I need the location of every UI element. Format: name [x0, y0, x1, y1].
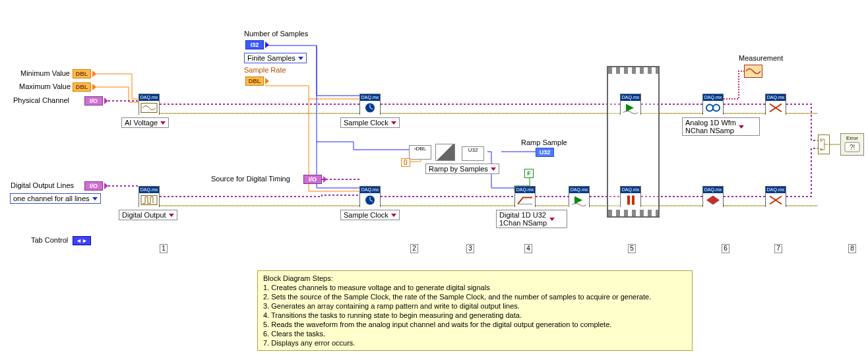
polysel-label: Analog 1D Wfm NChan NSamp [685, 119, 736, 135]
daqmx-stop-bot[interactable]: DAQ.mx [702, 186, 724, 207]
polysel-label: Digital Output [122, 211, 166, 219]
daqmx-read[interactable]: DAQ.mx [702, 94, 724, 115]
ind-ramp-sample[interactable]: U32 [536, 148, 554, 157]
to-dbl-node[interactable]: ›DBL [409, 145, 431, 160]
label-max-value: Maximum Value [19, 82, 71, 90]
arrow-min [92, 71, 96, 77]
const-zero[interactable]: 0 [401, 158, 410, 167]
chevron-down-icon [169, 214, 174, 217]
label-ramp-sample: Ramp Sample [521, 138, 567, 146]
daqmx-clear-bot[interactable]: DAQ.mx [765, 186, 786, 207]
chevron-down-icon [298, 57, 303, 60]
label-tab-control: Tab Control [31, 236, 68, 244]
svg-marker-5 [626, 104, 634, 112]
polysel-digital-output[interactable]: Digital Output [119, 210, 177, 220]
polysel-sampleclock-top[interactable]: Sample Clock [340, 117, 400, 128]
chevron-down-icon [739, 125, 744, 129]
svg-rect-7 [632, 196, 635, 205]
arrow-srctim [323, 176, 327, 183]
svg-text:?!: ?! [820, 139, 822, 143]
svg-rect-6 [627, 196, 630, 205]
merge-errors[interactable]: ?!?! [818, 135, 830, 154]
arrow-dol [104, 183, 108, 189]
dropdown-label: Finite Samples [247, 54, 295, 62]
const-false[interactable]: F [524, 169, 534, 178]
chevron-down-icon [549, 218, 555, 221]
step-7: 7 [774, 244, 782, 253]
label-src-dig-timing: Source for Digital Timing [211, 175, 290, 183]
svg-text:?!: ?! [820, 148, 822, 152]
polysel-label: AI Voltage [125, 119, 158, 127]
label-phys-chan: Physical Channel [13, 96, 69, 104]
chevron-down-icon [391, 214, 396, 217]
simple-error-handler[interactable]: Error ?! [840, 133, 864, 156]
daqmx-wait[interactable]: DAQ.mx [620, 186, 641, 207]
polysel-digital-1d-u32[interactable]: Digital 1D U32 1Chan NSamp [496, 210, 567, 228]
svg-point-9 [713, 105, 720, 111]
arrow-phys [104, 98, 108, 104]
polysel-ai-voltage[interactable]: AI Voltage [121, 117, 169, 128]
daqmx-create-do[interactable]: DAQ.mx [139, 186, 160, 207]
term-max-value[interactable]: DBL [73, 82, 91, 92]
daqmx-timing-top[interactable]: DAQ.mx [359, 94, 381, 115]
polysel-label: Digital 1D U32 1Chan NSamp [499, 211, 547, 227]
step-2: 2 [410, 244, 418, 253]
daqmx-write[interactable]: DAQ.mx [514, 186, 536, 207]
svg-point-8 [706, 105, 713, 111]
chevron-down-icon [391, 121, 396, 125]
polysel-ramp-samples[interactable]: Ramp by Samples [425, 164, 499, 174]
label-measurement: Measurement [739, 54, 783, 62]
comment-steps: Block Diagram Steps: 1. Creates channels… [257, 270, 693, 351]
step-3: 3 [466, 244, 474, 253]
arrow-nsamp [265, 42, 269, 48]
step-6: 6 [722, 244, 729, 253]
label-dig-out-lines: Digital Output Lines [11, 181, 74, 189]
step-8: 8 [848, 244, 856, 253]
polysel-analog-wfm[interactable]: Analog 1D Wfm NChan NSamp [682, 117, 760, 136]
svg-marker-4 [574, 197, 582, 204]
dropdown-one-chan[interactable]: one channel for all lines [10, 193, 101, 204]
arrow-srate [265, 78, 269, 84]
svg-text:?!: ?! [850, 144, 855, 151]
polysel-label: Sample Clock [344, 211, 388, 219]
chevron-down-icon [92, 197, 98, 200]
daqmx-header: DAQ.mx [139, 94, 159, 101]
polysel-label: Ramp by Samples [429, 165, 488, 173]
error-label: Error [841, 135, 863, 141]
term-phys-chan[interactable]: I/O [84, 96, 103, 106]
daqmx-clear-top[interactable]: DAQ.mx [765, 94, 786, 115]
term-dig-out-lines[interactable]: I/O [84, 181, 103, 191]
label-sample-rate: Sample Rate [244, 66, 286, 74]
ramp-pattern-vi[interactable] [435, 144, 455, 161]
polysel-label: Sample Clock [344, 119, 388, 127]
step-4: 4 [524, 244, 532, 253]
step-1: 1 [160, 244, 168, 253]
to-u32-node[interactable]: U32 [462, 146, 484, 161]
label-num-samples: Number of Samples [244, 30, 308, 38]
polysel-sampleclock-bot[interactable]: Sample Clock [340, 210, 400, 220]
step-5: 5 [628, 244, 636, 253]
chevron-down-icon [491, 167, 496, 171]
arrow-max [92, 84, 96, 90]
daqmx-start-bot[interactable]: DAQ.mx [569, 186, 590, 207]
term-tab-control[interactable]: ◄► [73, 236, 91, 245]
daqmx-start-top[interactable]: DAQ.mx [620, 94, 641, 115]
chevron-down-icon [160, 121, 166, 125]
dropdown-label: one channel for all lines [13, 195, 90, 202]
dropdown-finite-samples[interactable]: Finite Samples [244, 53, 307, 63]
term-src-timing[interactable]: I/O [303, 175, 322, 184]
term-min-value[interactable]: DBL [73, 69, 91, 78]
ind-measurement[interactable] [744, 65, 762, 78]
daqmx-create-ai[interactable]: DAQ.mx [139, 94, 160, 115]
daqmx-timing-bot[interactable]: DAQ.mx [359, 186, 381, 207]
term-num-samples[interactable]: I32 [245, 40, 264, 49]
svg-marker-10 [706, 196, 720, 205]
term-sample-rate[interactable]: DBL [245, 76, 264, 86]
label-min-value: Minimum Value [20, 69, 70, 77]
